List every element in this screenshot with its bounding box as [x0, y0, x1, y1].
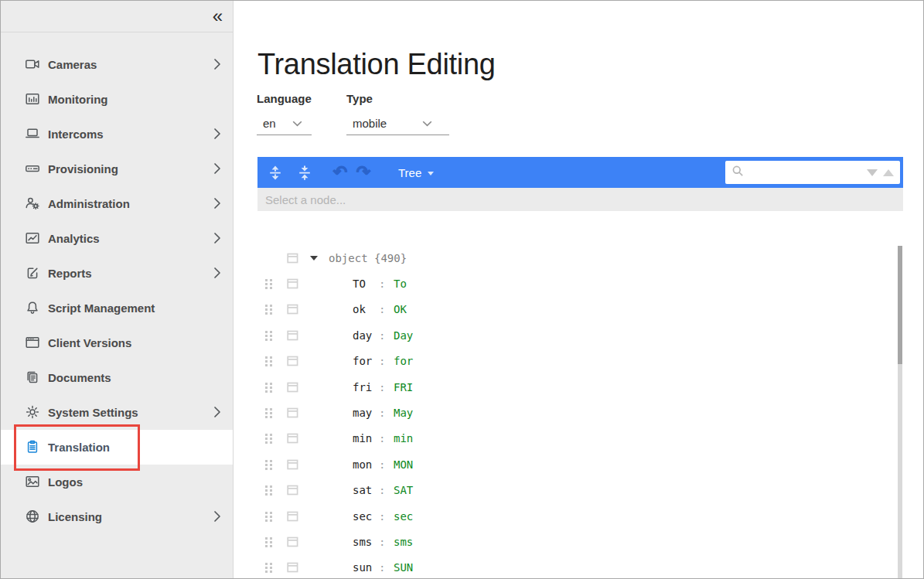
- sidebar-item-reports[interactable]: Reports: [1, 256, 233, 291]
- sidebar-item-monitoring[interactable]: Monitoring: [1, 82, 233, 117]
- tree-key[interactable]: sms: [353, 536, 372, 548]
- tree-value[interactable]: FRI: [394, 381, 413, 393]
- key-value-separator: :: [379, 329, 385, 342]
- tree-value[interactable]: for: [394, 355, 413, 367]
- scrollbar-thumb[interactable]: [898, 246, 902, 364]
- sidebar-item-client-versions[interactable]: Client Versions: [1, 325, 233, 360]
- context-menu-button[interactable]: [287, 433, 298, 444]
- redo-button[interactable]: ↷: [353, 162, 373, 182]
- drag-handle-icon[interactable]: [264, 382, 273, 393]
- sidebar-item-documents[interactable]: Documents: [1, 360, 233, 395]
- sidebar-item-label: Licensing: [48, 510, 102, 523]
- type-select[interactable]: mobile: [346, 114, 449, 135]
- tree-value[interactable]: SUN: [394, 561, 413, 574]
- tree-value[interactable]: To: [394, 278, 407, 290]
- sidebar-item-translation[interactable]: Translation: [1, 430, 233, 465]
- search-previous-icon[interactable]: [883, 169, 894, 176]
- sidebar-item-provisioning[interactable]: Provisioning: [1, 152, 233, 186]
- tree-key[interactable]: day: [353, 329, 372, 342]
- context-menu-button[interactable]: [287, 510, 298, 522]
- context-menu-button[interactable]: [287, 252, 298, 264]
- key-value-separator: :: [379, 278, 385, 290]
- context-menu-button[interactable]: [287, 381, 298, 393]
- sidebar-item-administration[interactable]: Administration: [1, 186, 233, 221]
- scrollbar-track[interactable]: [898, 364, 902, 578]
- sidebar-item-cameras[interactable]: Cameras: [1, 47, 233, 82]
- drag-handle-icon[interactable]: [264, 459, 273, 470]
- tree-value[interactable]: SAT: [394, 484, 413, 496]
- drag-handle-icon[interactable]: [264, 433, 273, 444]
- tree-key[interactable]: may: [353, 407, 372, 419]
- tree-row: may : May: [257, 400, 897, 425]
- collapse-all-button[interactable]: [295, 162, 315, 182]
- sidebar-item-script-management[interactable]: Script Management: [1, 291, 233, 325]
- undo-button[interactable]: ↶: [330, 162, 350, 182]
- drag-handle-icon[interactable]: [264, 511, 273, 522]
- tree-key[interactable]: min: [353, 432, 372, 444]
- sidebar-item-licensing[interactable]: Licensing: [1, 499, 233, 534]
- tree-value[interactable]: Day: [394, 329, 413, 342]
- sidebar-item-intercoms[interactable]: Intercoms: [1, 117, 233, 152]
- sidebar: « Cameras Monitoring Intercoms Provision…: [1, 1, 234, 578]
- tree-row: for : for: [257, 349, 897, 374]
- tree-root-label: object {490}: [329, 252, 407, 264]
- collapse-caret-icon[interactable]: [310, 256, 318, 261]
- drag-handle-icon[interactable]: [264, 304, 273, 315]
- context-menu-button[interactable]: [287, 458, 298, 470]
- context-menu-button[interactable]: [287, 485, 298, 496]
- key-value-separator: :: [379, 484, 385, 496]
- context-menu-button[interactable]: [287, 536, 298, 547]
- context-menu-button[interactable]: [287, 356, 298, 367]
- type-filter: Type mobile: [346, 92, 449, 135]
- language-select[interactable]: en: [257, 114, 312, 135]
- search-input[interactable]: [749, 165, 867, 179]
- tree-row: TO : To: [257, 271, 897, 296]
- context-menu-button[interactable]: [287, 329, 298, 341]
- drag-handle-icon[interactable]: [264, 485, 273, 496]
- sidebar-item-system-settings[interactable]: System Settings: [1, 395, 233, 430]
- tree-value[interactable]: MON: [394, 458, 413, 471]
- expand-all-button[interactable]: [265, 162, 285, 182]
- tree-row: sec : sec: [257, 503, 897, 529]
- tree-key[interactable]: TO: [353, 278, 366, 290]
- search-icon: [731, 165, 745, 181]
- tree-value[interactable]: min: [394, 432, 413, 444]
- sidebar-item-label: Translation: [48, 441, 110, 454]
- drag-handle-icon[interactable]: [264, 356, 273, 366]
- tree-key[interactable]: fri: [353, 381, 372, 393]
- key-value-separator: :: [379, 536, 385, 548]
- sidebar-item-analytics[interactable]: Analytics: [1, 221, 233, 256]
- tree-key[interactable]: ok: [353, 303, 366, 315]
- tree-row: sun : SUN: [257, 555, 897, 578]
- sidebar-item-logos[interactable]: Logos: [1, 465, 233, 499]
- drag-handle-icon[interactable]: [264, 536, 273, 547]
- window-icon: [25, 335, 40, 350]
- drag-handle-icon[interactable]: [264, 562, 273, 573]
- monitoring-icon: [25, 91, 40, 107]
- search-next-icon[interactable]: [867, 169, 878, 176]
- context-menu-button[interactable]: [287, 278, 298, 290]
- context-menu-button[interactable]: [287, 407, 298, 419]
- tree-key[interactable]: sec: [353, 510, 372, 523]
- reports-icon: [25, 265, 40, 281]
- tree-value[interactable]: OK: [394, 303, 407, 315]
- tree-key[interactable]: sat: [353, 484, 372, 496]
- mode-dropdown-button[interactable]: Tree: [398, 166, 434, 179]
- tree-path-bar[interactable]: Select a node...: [257, 188, 903, 211]
- tree-value[interactable]: sec: [394, 510, 413, 523]
- drag-handle-icon[interactable]: [264, 278, 273, 289]
- drag-handle-icon[interactable]: [264, 407, 273, 418]
- tree-row: sms : sms: [257, 529, 897, 554]
- tree-key[interactable]: sun: [353, 561, 372, 574]
- tree-key[interactable]: mon: [353, 458, 372, 471]
- drag-handle-icon[interactable]: [264, 330, 273, 341]
- redo-icon: ↷: [356, 162, 370, 182]
- tree-value[interactable]: May: [394, 407, 413, 419]
- tree-key[interactable]: for: [353, 355, 372, 367]
- context-menu-button[interactable]: [287, 562, 298, 574]
- tree-value[interactable]: sms: [394, 536, 413, 548]
- sidebar-collapse-button[interactable]: «: [213, 3, 223, 29]
- context-menu-button[interactable]: [287, 304, 298, 315]
- tree-row: fri : FRI: [257, 374, 897, 400]
- sidebar-item-label: Monitoring: [48, 93, 107, 106]
